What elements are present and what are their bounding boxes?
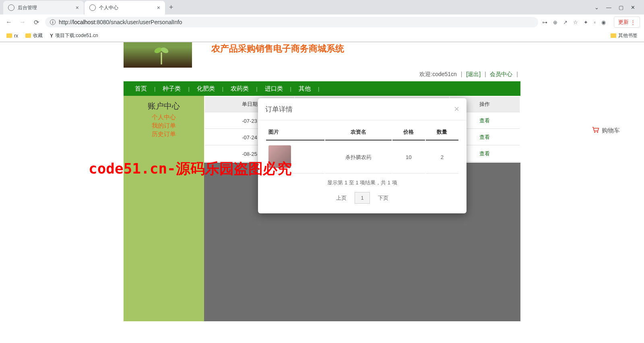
col-qty: 数量 (426, 124, 458, 141)
prev-page[interactable]: 上页 (333, 193, 350, 203)
star-icon[interactable]: ☆ (573, 19, 578, 25)
cart-icon (592, 127, 599, 134)
close-icon[interactable]: × (454, 104, 459, 114)
new-tab-button[interactable]: + (166, 3, 177, 12)
detail-table: 图片 农资名 价格 数量 杀扑膦农药 10 2 (265, 124, 459, 174)
sidebar-item-personal[interactable]: 个人中心 (124, 113, 204, 122)
zoom-icon[interactable]: ⊕ (553, 19, 557, 25)
sidebar-links: 个人中心 我的订单 历史订单 (124, 113, 204, 138)
profile-icon[interactable]: ◉ (601, 19, 606, 25)
share-icon[interactable]: ↗ (563, 19, 568, 25)
pager-info: 显示第 1 至 1 项结果，共 1 项 (265, 174, 459, 190)
pager: 上页 1 下页 (265, 190, 459, 206)
cell-price: 10 (392, 141, 425, 174)
modal-body: 图片 农资名 价格 数量 杀扑膦农药 10 2 (258, 120, 466, 213)
logo-image (124, 42, 192, 68)
panel-icon[interactable]: ▫ (594, 19, 596, 25)
maximize-icon[interactable]: ▢ (619, 4, 623, 10)
tab-title: 个人中心 (99, 4, 154, 11)
svg-point-2 (594, 132, 595, 133)
svg-point-3 (597, 132, 598, 133)
other-bookmarks[interactable]: 其他书签 (611, 32, 638, 39)
url-input[interactable]: i http://localhost:8080/snack/user/userP… (45, 17, 538, 27)
folder-icon (611, 33, 616, 38)
sidebar-item-orders[interactable]: 我的订单 (124, 122, 204, 130)
url-text: http://localhost:8080/snack/user/userPer… (59, 19, 182, 25)
browser-chrome: 后台管理 × 个人中心 × + ⌄ — ▢ ✕ ← → ⟳ i http://l… (0, 0, 644, 42)
site-icon: Y (50, 33, 53, 39)
col-name: 农资名 (325, 124, 391, 141)
site-header: 农产品采购销售电子商务商城系统 (124, 42, 520, 68)
close-icon[interactable]: × (157, 4, 160, 11)
bookmark-rx[interactable]: rx (6, 33, 18, 39)
extensions-icon[interactable]: ✦ (584, 19, 588, 25)
browser-tab-1[interactable]: 个人中心 × (85, 1, 165, 14)
main-area: 单日期 状态 操作 -07-23 已付款,未发货 查看 -07-24 已付款,未… (204, 96, 520, 321)
next-page[interactable]: 下页 (375, 193, 392, 203)
toolbar-icons: ⊶ ⊕ ↗ ☆ ✦ ▫ ◉ 更新 ⋮ (542, 17, 640, 28)
nav-fertilizer[interactable]: 化肥类 (190, 85, 222, 93)
logout-link[interactable]: [退出] (466, 71, 481, 77)
modal-title: 订单详情 (265, 105, 293, 114)
sidebar: 账户中心 个人中心 我的订单 历史订单 (124, 96, 204, 321)
minimize-icon[interactable]: — (606, 4, 611, 10)
member-center-link[interactable]: 会员中心 (490, 71, 512, 77)
tab-bar: 后台管理 × 个人中心 × + ⌄ — ▢ ✕ (0, 0, 644, 14)
folder-icon (25, 33, 31, 38)
bookmark-bar: rx 收藏 Y项目下载:code51.cn 其他书签 (0, 30, 644, 42)
nav-seeds[interactable]: 种子类 (155, 85, 188, 93)
product-image (268, 145, 291, 168)
top-links: 欢迎:code51cn | [退出] | 会员中心 | (124, 68, 520, 81)
back-icon[interactable]: ← (4, 19, 14, 26)
main-nav: 首页| 种子类| 化肥类| 农药类| 进口类| 其他| (124, 81, 520, 96)
chevron-down-icon[interactable]: ⌄ (594, 4, 599, 10)
username: code51cn (432, 71, 457, 77)
bookmark-code51[interactable]: Y项目下载:code51.cn (50, 32, 98, 39)
tab-title: 后台管理 (18, 4, 72, 11)
globe-icon (89, 4, 96, 11)
bookmark-fav[interactable]: 收藏 (25, 32, 43, 39)
update-button[interactable]: 更新 ⋮ (614, 17, 640, 28)
address-bar: ← → ⟳ i http://localhost:8080/snack/user… (0, 14, 644, 30)
close-icon[interactable]: × (76, 4, 79, 11)
modal-header: 订单详情 × (258, 98, 466, 120)
page-number[interactable]: 1 (355, 192, 369, 204)
forward-icon: → (18, 19, 27, 26)
page-content: 农产品采购销售电子商务商城系统 欢迎:code51cn | [退出] | 会员中… (124, 42, 520, 321)
nav-home[interactable]: 首页 (128, 85, 154, 93)
nav-import[interactable]: 进口类 (258, 85, 290, 93)
nav-pesticide[interactable]: 农药类 (223, 85, 256, 93)
browser-tab-0[interactable]: 后台管理 × (3, 1, 84, 14)
cart-label: 购物车 (602, 127, 620, 134)
folder-icon (6, 33, 12, 38)
cell-qty: 2 (426, 141, 458, 174)
welcome-label: 欢迎: (419, 71, 432, 77)
cart-button[interactable]: 购物车 (592, 127, 620, 134)
reload-icon[interactable]: ⟳ (31, 19, 41, 26)
nav-other[interactable]: 其他 (291, 85, 318, 93)
key-icon[interactable]: ⊶ (542, 19, 547, 25)
sidebar-item-history[interactable]: 历史订单 (124, 130, 204, 138)
sidebar-title: 账户中心 (124, 99, 204, 113)
col-image: 图片 (266, 124, 324, 141)
window-controls: ⌄ — ▢ ✕ (589, 4, 641, 10)
col-price: 价格 (392, 124, 425, 141)
close-window-icon[interactable]: ✕ (631, 4, 635, 10)
globe-icon (8, 4, 14, 11)
modal-overlay: 订单详情 × 图片 农资名 价格 数量 (204, 96, 520, 321)
info-icon[interactable]: i (50, 19, 56, 25)
table-row: 杀扑膦农药 10 2 (266, 141, 458, 174)
order-detail-modal: 订单详情 × 图片 农资名 价格 数量 (258, 98, 466, 213)
cell-name: 杀扑膦农药 (325, 141, 391, 174)
site-title: 农产品采购销售电子商务商城系统 (211, 43, 348, 55)
content-area: 账户中心 个人中心 我的订单 历史订单 单日期 状态 操作 -07-23 已付款… (124, 96, 520, 321)
